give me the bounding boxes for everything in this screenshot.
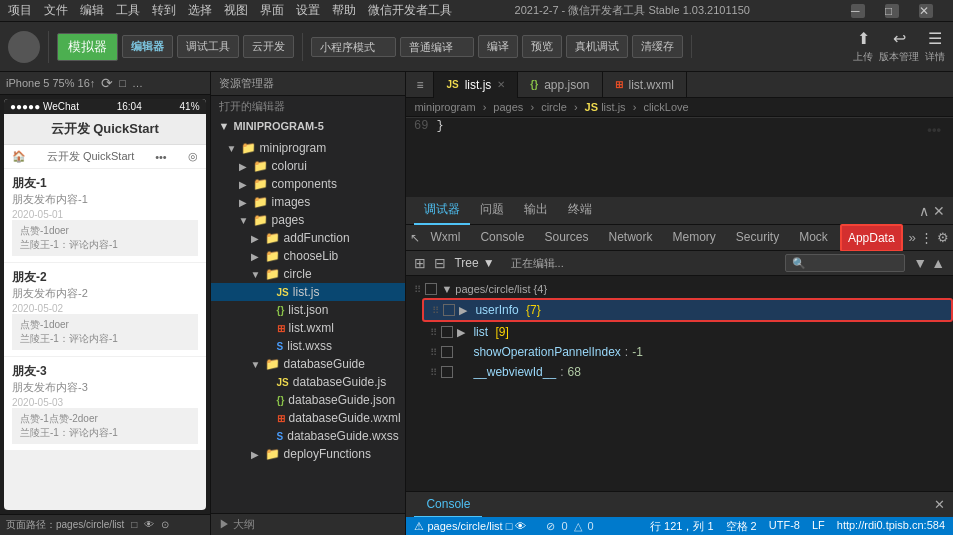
upload-icon[interactable]: ⬆ (857, 29, 870, 48)
compile-button[interactable]: 编译 (478, 35, 518, 58)
sep-icon: › (574, 101, 578, 113)
subtab-mock[interactable]: Mock (789, 224, 838, 252)
more-icon[interactable]: … (132, 77, 143, 89)
tree-item-dbguide[interactable]: ▼ 📁 databaseGuide (211, 355, 406, 373)
tree-item-miniprogram[interactable]: ▼ 📁 miniprogram (211, 139, 406, 157)
tab-list-wxml[interactable]: ⊞ list.wxml (603, 72, 687, 98)
preview-button[interactable]: 预览 (522, 35, 562, 58)
tab-close-icon[interactable]: ✕ (497, 79, 505, 90)
tree-item-dbguide-wxss[interactable]: S databaseGuide.wxss (211, 427, 406, 445)
rotate-icon[interactable]: ⟳ (101, 75, 113, 91)
layout-icon[interactable]: □ (119, 77, 126, 89)
subtab-security[interactable]: Security (726, 224, 789, 252)
close-button[interactable]: ✕ (919, 4, 933, 18)
debug-button[interactable]: 调试工具 (177, 35, 239, 58)
menu-item-select[interactable]: 选择 (188, 2, 212, 19)
tree-item-components[interactable]: ▶ 📁 components (211, 175, 406, 193)
tab-app-json[interactable]: {} app.json (518, 72, 602, 98)
filter-down-icon[interactable]: ▼ (913, 255, 927, 271)
simulator-button[interactable]: 模拟器 (57, 33, 118, 61)
chevron-right-icon[interactable]: » (909, 230, 916, 245)
tree-item-deployfunctions[interactable]: ▶ 📁 deployFunctions (211, 445, 406, 463)
tree-item-list-wxml[interactable]: ⊞ list.wxml (211, 319, 406, 337)
tree-item-colorui[interactable]: ▶ 📁 colorui (211, 157, 406, 175)
filter-up-icon[interactable]: ▲ (931, 255, 945, 271)
compile-select[interactable]: 普通编译 (400, 37, 474, 57)
dots-menu-icon[interactable]: ⋮ (920, 230, 933, 245)
userinfo-checkbox[interactable] (443, 304, 455, 316)
cloud-button[interactable]: 云开发 (243, 35, 294, 58)
subtab-memory[interactable]: Memory (663, 224, 726, 252)
webviewid-checkbox[interactable] (441, 366, 453, 378)
tab-problems[interactable]: 问题 (470, 197, 514, 225)
showop-checkbox[interactable] (441, 346, 453, 358)
menu-item-settings[interactable]: 设置 (296, 2, 320, 19)
search-input[interactable] (785, 254, 905, 272)
menu-item-help[interactable]: 帮助 (332, 2, 356, 19)
subtab-sources[interactable]: Sources (534, 224, 598, 252)
tree-item-pages[interactable]: ▼ 📁 pages (211, 211, 406, 229)
settings-icon[interactable]: ⚙ (937, 230, 949, 245)
menu-item-project[interactable]: 项目 (8, 2, 32, 19)
mode-select[interactable]: 小程序模式 (311, 37, 396, 57)
menu-item-file[interactable]: 文件 (44, 2, 68, 19)
tree-item-list-wxss[interactable]: S list.wxss (211, 337, 406, 355)
list-checkbox[interactable] (441, 326, 453, 338)
tree-item-dbguide-js[interactable]: JS databaseGuide.js (211, 373, 406, 391)
expand-arrow[interactable]: ▶ (457, 326, 469, 339)
path-icon[interactable]: □ (131, 519, 137, 530)
detail-icon[interactable]: ☰ (928, 29, 942, 48)
dot-icon[interactable]: ⊙ (161, 519, 169, 530)
editor-button[interactable]: 编辑器 (122, 35, 173, 58)
tab-terminal[interactable]: 终端 (558, 197, 602, 225)
comment-text-3: 兰陵王-1：评论内容-1 (20, 426, 190, 440)
collapse-all-icon[interactable]: ⊟ (434, 255, 446, 271)
subtab-wxml[interactable]: Wxml (420, 224, 470, 252)
version-icon[interactable]: ↩ (893, 29, 906, 48)
menu-item-interface[interactable]: 界面 (260, 2, 284, 19)
menu-item-tools[interactable]: 工具 (116, 2, 140, 19)
tab-output[interactable]: 输出 (514, 197, 558, 225)
menu-item-goto[interactable]: 转到 (152, 2, 176, 19)
tab-debugger[interactable]: 调试器 (414, 197, 470, 225)
tree-item-dbguide-wxml[interactable]: ⊞ databaseGuide.wxml (211, 409, 406, 427)
minimize-button[interactable]: ─ (851, 4, 865, 18)
tree-item-list-js[interactable]: JS list.js (211, 283, 406, 301)
project-header[interactable]: ▼ MINIPROGRAM-5 (211, 117, 406, 135)
subtab-appdata[interactable]: AppData (840, 224, 903, 252)
expand-arrow[interactable]: ▶ (459, 304, 471, 317)
expand-icon[interactable]: ✕ (933, 203, 945, 219)
friend-name-1: 朋友-1 (12, 175, 198, 192)
bc-clicklove: clickLove (643, 101, 688, 113)
tree-item-addfunction[interactable]: ▶ 📁 addFunction (211, 229, 406, 247)
clear-cache-button[interactable]: 清缓存 (632, 35, 683, 58)
menu-item-devtools[interactable]: 微信开发者工具 (368, 2, 452, 19)
recent-editors-header: 打开的编辑器 (211, 96, 406, 117)
menu-item-edit[interactable]: 编辑 (80, 2, 104, 19)
dots-icon[interactable]: ••• (155, 151, 167, 163)
home-icon[interactable]: 🏠 (12, 150, 26, 163)
tool-group-modes: 模拟器 编辑器 调试工具 云开发 (57, 33, 303, 61)
console-tab[interactable]: Console (414, 492, 482, 518)
subtab-console[interactable]: Console (470, 224, 534, 252)
tree-item-dbguide-json[interactable]: {} databaseGuide.json (211, 391, 406, 409)
tab-list-js[interactable]: JS list.js ✕ (434, 72, 518, 98)
expand-all-icon[interactable]: ⊞ (414, 255, 426, 271)
tree-item-list-json[interactable]: {} list.json (211, 301, 406, 319)
tree-item-images[interactable]: ▶ 📁 images (211, 193, 406, 211)
collapse-icon[interactable]: ∧ (919, 203, 929, 219)
tree-item-circle[interactable]: ▼ 📁 circle (211, 265, 406, 283)
console-close-icon[interactable]: ✕ (934, 497, 945, 512)
tree-item-chooselib[interactable]: ▶ 📁 chooseLib (211, 247, 406, 265)
eye-icon[interactable]: 👁 (144, 519, 154, 530)
tab-label: app.json (544, 78, 589, 92)
pointer-icon[interactable]: ↖ (410, 231, 420, 245)
toolbar: 模拟器 编辑器 调试工具 云开发 小程序模式 普通编译 编译 预览 真机调试 清… (0, 22, 953, 72)
remote-debug-button[interactable]: 真机调试 (566, 35, 628, 58)
subtab-network[interactable]: Network (598, 224, 662, 252)
radio-icon[interactable]: ◎ (188, 150, 198, 163)
menu-item-view[interactable]: 视图 (224, 2, 248, 19)
comment-text-2: 兰陵王-1：评论内容-1 (20, 332, 190, 346)
maximize-button[interactable]: □ (885, 4, 899, 18)
root-checkbox[interactable] (425, 283, 437, 295)
